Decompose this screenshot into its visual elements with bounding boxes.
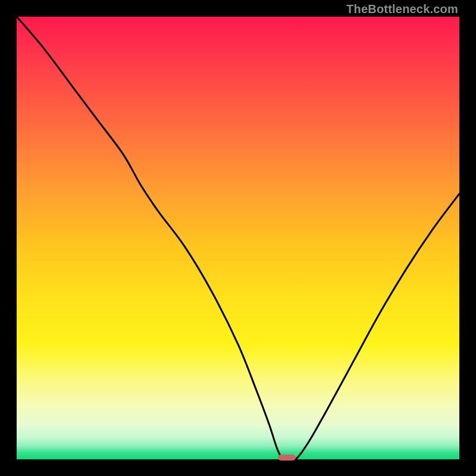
chart-frame: TheBottleneck.com <box>0 0 476 476</box>
bottleneck-curve <box>17 17 459 459</box>
optimal-marker <box>278 455 296 461</box>
watermark-text: TheBottleneck.com <box>346 2 458 16</box>
